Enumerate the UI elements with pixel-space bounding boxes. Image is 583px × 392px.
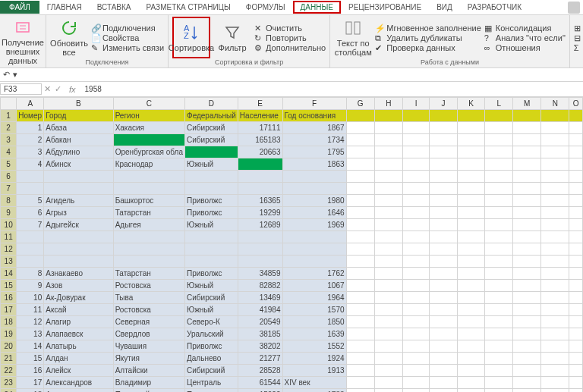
cell[interactable] [238,231,282,243]
cell[interactable] [402,231,430,243]
cell[interactable] [457,171,485,183]
cell[interactable]: Южный [185,158,238,171]
cell[interactable] [430,280,457,292]
cell[interactable] [512,219,540,231]
row-header[interactable]: 10 [1,219,17,231]
cell[interactable] [282,231,346,243]
row-header[interactable]: 4 [1,146,17,158]
cell[interactable]: 15022 [238,389,282,393]
cell[interactable] [569,256,583,268]
cell[interactable] [346,316,374,328]
cell[interactable] [512,292,540,304]
cell[interactable] [430,365,457,377]
cell[interactable] [346,134,374,146]
formula-input[interactable] [82,84,583,94]
cell[interactable]: Сибирский [185,134,238,146]
cell[interactable] [113,256,184,268]
cell[interactable]: Приволжс [185,268,238,280]
cell[interactable] [346,146,374,158]
cell[interactable] [485,146,512,158]
cell[interactable] [402,340,430,353]
cell[interactable]: Татарстан [113,207,184,219]
cell[interactable]: 15 [17,353,44,365]
tab-home[interactable]: ГЛАВНАЯ [39,1,90,14]
cell[interactable] [569,353,583,365]
cell[interactable] [541,268,569,280]
cell[interactable] [430,171,457,183]
row-header[interactable]: 7 [1,183,17,195]
cell[interactable] [402,377,430,389]
cell[interactable]: 1924 [282,353,346,365]
redo-icon[interactable]: ▾ [13,70,17,80]
cell[interactable]: 1969 [282,219,346,231]
cell[interactable] [238,158,282,171]
cell[interactable] [485,292,512,304]
cell[interactable] [457,316,485,328]
cell[interactable]: 28528 [238,365,282,377]
header-cell[interactable]: Город [44,110,113,122]
cell[interactable] [512,256,540,268]
worksheet[interactable]: ABCDEFGHIJKLMNO1НомерГородРегионФедераль… [0,97,583,392]
cell[interactable] [541,219,569,231]
cell[interactable]: Чувашия [113,340,184,353]
enter-icon[interactable]: ✓ [52,84,63,94]
cell[interactable]: 1795 [282,146,346,158]
cell[interactable]: Татарстан [113,268,184,280]
cell[interactable] [457,365,485,377]
cell[interactable] [541,171,569,183]
cell[interactable] [430,219,457,231]
cell[interactable] [457,256,485,268]
cell[interactable] [430,134,457,146]
cell[interactable] [238,183,282,195]
cell[interactable] [569,316,583,328]
cell[interactable] [346,158,374,171]
cell[interactable] [541,304,569,316]
cell[interactable] [346,256,374,268]
cell[interactable] [569,280,583,292]
tab-review[interactable]: РЕЦЕНЗИРОВАНИЕ [341,1,429,14]
cell[interactable]: 38202 [238,340,282,353]
cell[interactable]: Приволжс [185,389,238,393]
cell[interactable] [346,195,374,207]
cell[interactable] [457,195,485,207]
header-cell[interactable]: Регион [113,110,184,122]
cell[interactable] [485,377,512,389]
cell[interactable] [374,158,402,171]
cell[interactable] [17,171,44,183]
cell[interactable]: 9 [17,280,44,292]
cell[interactable] [430,377,457,389]
cell[interactable] [374,256,402,268]
cell[interactable] [512,243,540,256]
cell[interactable] [402,171,430,183]
cell[interactable] [374,146,402,158]
cell[interactable] [346,328,374,340]
cell[interactable] [485,207,512,219]
cell[interactable] [17,231,44,243]
cell[interactable] [485,122,512,134]
cell[interactable]: 21277 [238,353,282,365]
cell[interactable] [430,231,457,243]
cell[interactable] [541,340,569,353]
cell[interactable]: Александровск [44,389,113,393]
cell[interactable] [374,292,402,304]
get-external-data-button[interactable]: Получение внешних данных [4,17,42,67]
cell[interactable] [541,389,569,393]
cell[interactable] [346,365,374,377]
cell[interactable]: Приволжс [185,207,238,219]
cell[interactable] [569,158,583,171]
cell[interactable] [485,183,512,195]
cell[interactable] [512,328,540,340]
cell[interactable] [430,146,457,158]
cell[interactable] [185,231,238,243]
cell[interactable] [485,110,512,122]
cell[interactable] [485,268,512,280]
cell[interactable] [282,243,346,256]
cell[interactable]: 1570 [282,304,346,316]
cell[interactable]: Аксай [44,304,113,316]
cell[interactable]: 1762 [282,268,346,280]
col-header[interactable]: M [512,98,540,110]
cell[interactable] [402,353,430,365]
cell[interactable] [282,256,346,268]
cell[interactable] [541,158,569,171]
cell[interactable] [569,304,583,316]
